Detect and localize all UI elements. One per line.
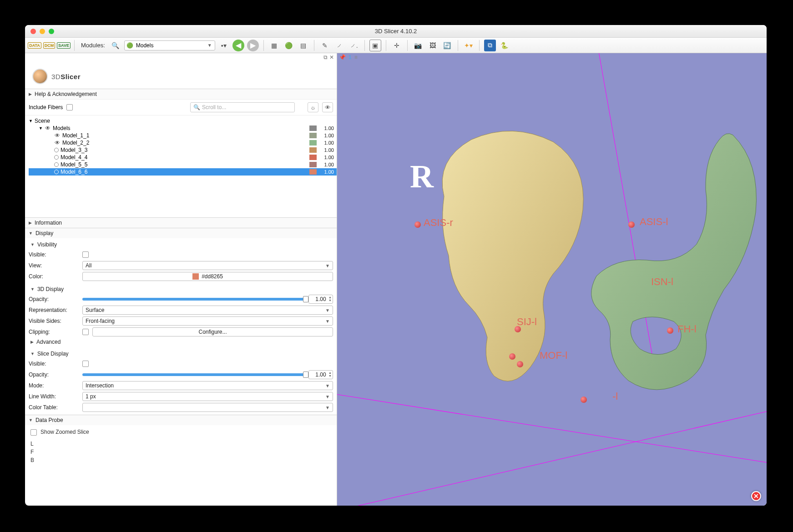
tree-root[interactable]: ▼ Scene bbox=[29, 117, 337, 125]
tree-item[interactable]: 👁 Model_2_2 1.00 bbox=[29, 139, 337, 146]
restore-view-icon[interactable]: 🔄 bbox=[441, 40, 453, 51]
extension-manager-icon[interactable]: ⧉ bbox=[484, 40, 496, 51]
line-width-value: 1 px bbox=[86, 393, 96, 400]
visible-sides-select[interactable]: Front-facing▼ bbox=[82, 316, 333, 326]
wand-icon[interactable]: ⟋ bbox=[333, 40, 345, 51]
tree-item[interactable]: Model_4_4 1.00 bbox=[29, 154, 337, 161]
slicer-logo-icon bbox=[32, 69, 48, 84]
fiducial-label: SIJ-l bbox=[517, 316, 537, 328]
color-hex-value: #dd8265 bbox=[202, 273, 223, 280]
python-console-icon[interactable]: 🐍 bbox=[499, 40, 510, 51]
tree-item[interactable]: Model_3_3 1.00 bbox=[29, 146, 337, 154]
help-section-header[interactable]: ▶ Help & Acknowledgement bbox=[25, 89, 337, 99]
data-button[interactable]: DATA bbox=[29, 40, 40, 51]
tree-item[interactable]: 👁 Model_1_1 1.00 bbox=[29, 132, 337, 139]
slider-thumb[interactable] bbox=[303, 371, 308, 378]
screenshot-icon[interactable]: 📷 bbox=[412, 40, 424, 51]
module-search-icon[interactable]: 🔍 bbox=[110, 40, 121, 51]
color-swatch bbox=[309, 140, 317, 146]
view-menu-icon[interactable]: ≡ bbox=[354, 54, 358, 60]
hidden-icon[interactable] bbox=[54, 155, 59, 160]
nav-forward-button[interactable]: ▶ bbox=[247, 40, 259, 51]
show-zoomed-checkbox[interactable] bbox=[30, 429, 37, 436]
fiducial-marker[interactable] bbox=[581, 396, 587, 403]
view-label: View: bbox=[29, 262, 79, 269]
fiducial-marker[interactable] bbox=[517, 361, 523, 367]
eye-icon[interactable]: 👁 bbox=[54, 132, 61, 139]
representation-select[interactable]: Surface▼ bbox=[82, 306, 333, 315]
fiducial-marker[interactable] bbox=[509, 353, 515, 360]
fiducial-marker[interactable] bbox=[628, 221, 635, 228]
information-section-header[interactable]: ▶ Information bbox=[25, 218, 337, 228]
color-picker-button[interactable]: #dd8265 bbox=[82, 272, 333, 281]
save-button[interactable]: SAVE bbox=[58, 40, 70, 51]
dataprobe-section-header[interactable]: ▼ Data Probe bbox=[25, 415, 337, 425]
fiducial-icon[interactable]: ✦▾ bbox=[463, 40, 475, 51]
opacity-spinbox[interactable]: 1.00▲▼ bbox=[308, 295, 333, 304]
eye-icon[interactable]: 👁 bbox=[54, 140, 61, 146]
pin-icon[interactable]: 📌 bbox=[339, 54, 346, 60]
hidden-icon[interactable] bbox=[54, 148, 59, 152]
threed-view[interactable]: 📌 1 ≡ R bbox=[337, 53, 767, 506]
slice-opacity-slider[interactable] bbox=[82, 373, 306, 376]
tree-item[interactable]: Model_5_5 1.00 bbox=[29, 161, 337, 168]
chevron-right-icon: ▶ bbox=[29, 221, 32, 225]
threed-subheader[interactable]: ▼3D Display bbox=[29, 285, 333, 294]
color-swatch bbox=[309, 162, 317, 167]
error-close-icon[interactable]: ✕ bbox=[751, 491, 761, 501]
nav-back-button[interactable]: ◀ bbox=[232, 40, 244, 51]
advanced-subheader[interactable]: ▶Advanced bbox=[29, 337, 333, 346]
panel-close-icon[interactable]: ✕ bbox=[329, 54, 334, 60]
eye-icon[interactable]: 👁 bbox=[45, 125, 51, 131]
information-label: Information bbox=[35, 220, 62, 226]
layout-icon[interactable]: ▣ bbox=[369, 40, 381, 51]
slice-display-subheader[interactable]: ▼Slice Display bbox=[29, 349, 333, 358]
fiducial-marker[interactable] bbox=[667, 327, 673, 334]
slice-visible-checkbox[interactable] bbox=[82, 361, 89, 367]
titlebar: 3D Slicer 4.10.2 bbox=[25, 25, 767, 38]
opacity-value: 1.00 bbox=[315, 296, 326, 302]
module-selector[interactable]: 🟢 Models ▼ bbox=[124, 40, 215, 50]
chevron-down-icon: ▼ bbox=[29, 231, 33, 236]
grid-icon[interactable]: ▤ bbox=[298, 40, 309, 51]
visible-checkbox[interactable] bbox=[82, 251, 89, 258]
scroll-to-input[interactable]: 🔍 Scroll to... bbox=[190, 102, 295, 112]
hidden-icon[interactable] bbox=[54, 162, 59, 167]
separator bbox=[364, 40, 365, 51]
visible-label: Visible: bbox=[29, 251, 79, 258]
fiducial-label: -l bbox=[612, 391, 618, 402]
tree-item-selected[interactable]: Model_6_6 1.00 bbox=[29, 168, 337, 176]
opacity-value: 1.00 bbox=[318, 155, 334, 160]
slice-opacity-spinbox[interactable]: 1.00▲▼ bbox=[308, 370, 333, 379]
color-label: Color: bbox=[29, 273, 79, 280]
model-render-left bbox=[408, 115, 617, 410]
sphere-icon[interactable]: 🟢 bbox=[283, 40, 295, 51]
fibers-row: Include Fibers 🔍 Scroll to... ☼ 👁 bbox=[25, 99, 337, 115]
tree-models-node[interactable]: ▼ 👁 Models 1.00 bbox=[29, 125, 337, 132]
clipping-checkbox[interactable] bbox=[82, 329, 89, 335]
color-table-select[interactable]: ▼ bbox=[82, 403, 333, 412]
eye-toggle-icon[interactable]: 👁 bbox=[322, 102, 333, 112]
fiducial-marker[interactable] bbox=[414, 221, 421, 228]
display-section-header[interactable]: ▼ Display bbox=[25, 228, 337, 238]
crosshair-icon[interactable]: ✛ bbox=[391, 40, 403, 51]
edit-icon[interactable]: ✎ bbox=[319, 40, 331, 51]
panel-pop-icon[interactable]: ⧉ bbox=[323, 54, 328, 60]
sun-icon[interactable]: ☼ bbox=[308, 102, 318, 112]
scene-view-icon[interactable]: 🖼 bbox=[427, 40, 439, 51]
visibility-subheader[interactable]: ▼Visibility bbox=[29, 240, 333, 249]
opacity-slider[interactable] bbox=[82, 298, 306, 301]
line-width-select[interactable]: 1 px▼ bbox=[82, 392, 333, 401]
view-select[interactable]: All▼ bbox=[82, 261, 333, 270]
fiducial-label: ISN-l bbox=[651, 276, 673, 288]
configure-button[interactable]: Configure... bbox=[92, 327, 333, 336]
module-history-button[interactable]: ▪▾ bbox=[218, 40, 230, 51]
slider-thumb[interactable] bbox=[303, 296, 308, 302]
mode-select[interactable]: Intersection▼ bbox=[82, 381, 333, 390]
ruler-icon[interactable]: ⟋. bbox=[348, 40, 360, 51]
dcm-button[interactable]: DCM bbox=[43, 40, 55, 51]
hidden-icon[interactable] bbox=[54, 170, 59, 174]
chevron-down-icon: ▼ bbox=[325, 263, 330, 268]
include-fibers-checkbox[interactable] bbox=[66, 104, 73, 110]
cube-icon[interactable]: ▦ bbox=[268, 40, 280, 51]
